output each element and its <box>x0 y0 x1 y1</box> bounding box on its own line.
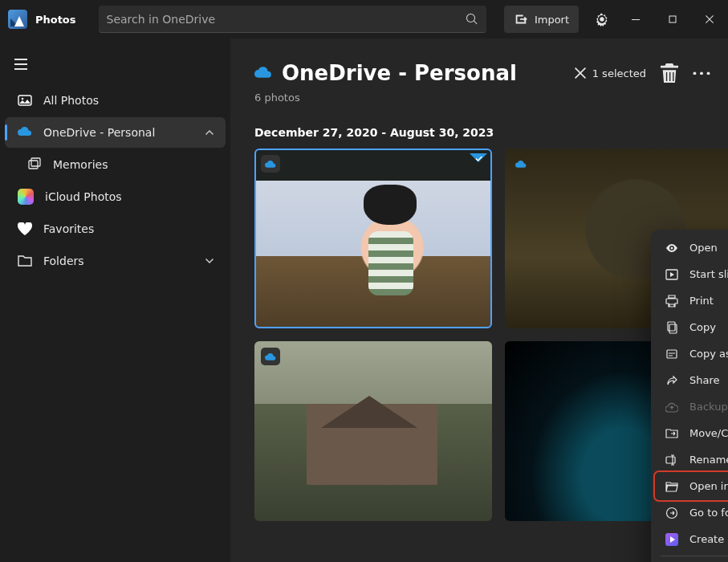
rename-icon <box>665 454 678 466</box>
photo-grid <box>254 149 710 521</box>
svg-point-2 <box>22 98 24 100</box>
ctx-label: Copy <box>689 321 716 333</box>
ctx-label: Backup to OneDrive <box>689 401 728 413</box>
maximize-button[interactable] <box>654 3 691 35</box>
sidebar: All Photos OneDrive - Personal Memories … <box>0 39 230 562</box>
print-icon <box>665 295 678 307</box>
share-icon <box>665 374 678 387</box>
ctx-label: Create a video in Microsoft Clipchamp <box>689 533 728 545</box>
search-box[interactable] <box>99 6 486 33</box>
ctx-copy[interactable]: Copy Ctrl+C <box>656 314 728 340</box>
ctx-label: Go to folder in Microsoft Photos <box>689 507 728 519</box>
settings-icon[interactable] <box>595 12 609 26</box>
photo-thumbnail[interactable] <box>254 341 492 521</box>
ctx-rename[interactable]: Rename F2 <box>656 446 728 473</box>
app-icon <box>8 10 27 29</box>
window-controls <box>617 3 728 35</box>
ctx-open-file-explorer[interactable]: Open in File Explorer F3 <box>656 473 728 499</box>
app-title: Photos <box>35 14 76 26</box>
memories-icon <box>27 157 42 172</box>
photo-count: 6 photos <box>254 92 710 104</box>
ctx-slideshow[interactable]: Start slideshow F5 <box>656 261 728 287</box>
selected-count-label: 1 selected <box>592 67 646 79</box>
nav-label: OneDrive - Personal <box>43 126 155 139</box>
chevron-up-icon <box>205 128 214 137</box>
nav-memories[interactable]: Memories <box>5 149 226 180</box>
clear-selection-button[interactable]: 1 selected <box>575 67 646 79</box>
import-label: Import <box>535 14 569 26</box>
goto-icon <box>665 507 678 519</box>
svg-rect-0 <box>669 16 676 22</box>
ctx-label: Open in File Explorer <box>689 480 728 492</box>
svg-point-7 <box>707 71 710 75</box>
nav-label: Memories <box>53 158 108 171</box>
move-icon <box>665 427 678 440</box>
ctx-print[interactable]: Print Ctrl+P <box>656 287 728 314</box>
nav-favorites[interactable]: Favorites <box>5 214 226 244</box>
content-area: OneDrive - Personal 1 selected 6 photos … <box>230 39 728 562</box>
nav-label: Favorites <box>43 222 94 235</box>
slideshow-icon <box>665 268 678 281</box>
svg-rect-4 <box>31 158 40 166</box>
ctx-copy-path[interactable]: Copy as path Ctrl+Shift+C <box>656 340 728 367</box>
import-button[interactable]: Import <box>504 6 579 33</box>
date-range-label: December 27, 2020 - August 30, 2023 <box>254 126 710 139</box>
minimize-button[interactable] <box>617 3 654 35</box>
nav-label: iCloud Photos <box>45 190 122 203</box>
svg-rect-9 <box>668 322 675 331</box>
nav-label: Folders <box>43 255 84 267</box>
close-button[interactable] <box>691 3 728 35</box>
folder-open-icon <box>665 480 678 493</box>
context-menu: Open Start slideshow F5 Print Ctrl+P Cop… <box>651 230 728 562</box>
ctx-share[interactable]: Share Alt+S <box>656 367 728 393</box>
search-icon[interactable] <box>466 13 478 26</box>
nav-folders[interactable]: Folders <box>5 246 226 276</box>
ctx-separator <box>661 556 728 556</box>
cloud-up-icon <box>665 401 678 413</box>
ctx-clipchamp[interactable]: Create a video in Microsoft Clipchamp <box>656 526 728 552</box>
ellipsis-icon <box>693 71 710 75</box>
ctx-goto-folder[interactable]: Go to folder in Microsoft Photos <box>656 499 728 526</box>
svg-rect-3 <box>29 161 38 169</box>
import-icon <box>514 12 528 26</box>
close-icon <box>575 67 586 79</box>
trash-icon <box>661 63 678 83</box>
folder-icon <box>18 254 32 268</box>
icloud-photos-icon <box>18 189 34 205</box>
svg-rect-10 <box>669 324 677 333</box>
nav-all-photos[interactable]: All Photos <box>5 85 226 116</box>
ctx-label: Print <box>689 295 714 307</box>
title-bar: Photos Import <box>0 0 728 39</box>
cloud-badge-icon <box>261 348 280 365</box>
svg-rect-1 <box>18 96 31 105</box>
copy-path-icon <box>665 348 678 360</box>
search-input[interactable] <box>107 13 466 26</box>
gallery-icon <box>18 93 32 108</box>
photo-thumbnail[interactable] <box>254 149 492 328</box>
nav-icloud-photos[interactable]: iCloud Photos <box>5 181 226 212</box>
selected-check-icon[interactable] <box>470 153 487 171</box>
content-header: OneDrive - Personal 1 selected <box>254 61 710 85</box>
hamburger-button[interactable] <box>5 50 37 79</box>
page-title: OneDrive - Personal <box>282 61 517 85</box>
cloud-icon <box>254 66 272 81</box>
ctx-label: Copy as path <box>689 348 728 360</box>
clipchamp-icon <box>665 533 678 546</box>
eye-icon <box>665 242 678 255</box>
ctx-move-copy[interactable]: Move/Copy <box>656 420 728 446</box>
ctx-label: Share <box>689 374 720 386</box>
ctx-label: Rename <box>689 454 728 466</box>
nav-onedrive-personal[interactable]: OneDrive - Personal <box>5 117 226 148</box>
svg-rect-11 <box>667 350 677 358</box>
more-options-button[interactable] <box>693 64 710 82</box>
delete-button[interactable] <box>661 64 678 82</box>
ctx-open[interactable]: Open <box>656 234 728 261</box>
copy-icon <box>665 321 678 334</box>
ctx-label: Move/Copy <box>689 427 728 439</box>
nav-label: All Photos <box>43 94 99 107</box>
svg-point-6 <box>700 71 703 75</box>
svg-rect-12 <box>666 457 675 463</box>
cloud-icon <box>18 125 32 140</box>
heart-icon <box>18 222 32 236</box>
ctx-label: Start slideshow <box>689 268 728 280</box>
